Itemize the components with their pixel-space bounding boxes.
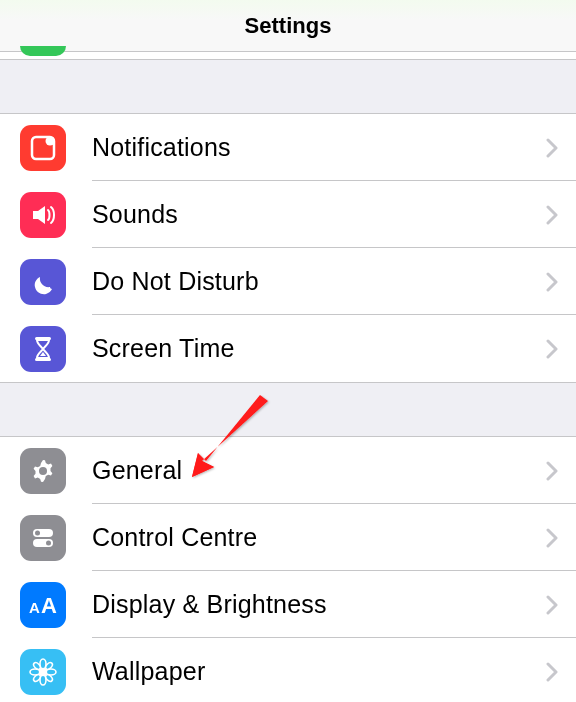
svg-point-4 (39, 467, 47, 475)
row-label: Notifications (92, 133, 546, 162)
chevron-right-icon (546, 595, 558, 615)
text-size-icon: AA (20, 582, 66, 628)
row-label: Wallpaper (92, 657, 546, 686)
row-label: Screen Time (92, 334, 546, 363)
hourglass-icon (20, 326, 66, 372)
flower-icon (20, 649, 66, 695)
section-gap-2 (0, 383, 576, 437)
row-notifications[interactable]: Notifications (0, 114, 576, 181)
sounds-icon (20, 192, 66, 238)
chevron-right-icon (546, 662, 558, 682)
page-title: Settings (245, 13, 332, 39)
settings-group-2: General Control Centre AA Display & Brig… (0, 437, 576, 702)
chevron-right-icon (546, 528, 558, 548)
chevron-right-icon (546, 461, 558, 481)
svg-point-8 (46, 540, 51, 545)
gear-icon (20, 448, 66, 494)
row-label: Sounds (92, 200, 546, 229)
row-screen-time[interactable]: Screen Time (0, 315, 576, 382)
row-label: General (92, 456, 546, 485)
svg-text:A: A (29, 599, 40, 616)
svg-text:A: A (41, 593, 57, 618)
toggles-icon (20, 515, 66, 561)
chevron-right-icon (546, 272, 558, 292)
header: Settings (0, 0, 576, 52)
row-label: Display & Brightness (92, 590, 546, 619)
section-gap-1 (0, 60, 576, 114)
notifications-icon (20, 125, 66, 171)
chevron-right-icon (546, 138, 558, 158)
row-label: Do Not Disturb (92, 267, 546, 296)
row-do-not-disturb[interactable]: Do Not Disturb (0, 248, 576, 315)
partial-row-above (0, 52, 576, 60)
settings-group-1: Notifications Sounds Do Not Disturb Scre… (0, 114, 576, 383)
row-display-brightness[interactable]: AA Display & Brightness (0, 571, 576, 638)
row-label: Control Centre (92, 523, 546, 552)
toggle-fragment (20, 46, 66, 56)
chevron-right-icon (546, 205, 558, 225)
row-sounds[interactable]: Sounds (0, 181, 576, 248)
svg-point-6 (35, 530, 40, 535)
row-control-centre[interactable]: Control Centre (0, 504, 576, 571)
svg-point-1 (46, 136, 55, 145)
chevron-right-icon (546, 339, 558, 359)
moon-icon (20, 259, 66, 305)
row-wallpaper[interactable]: Wallpaper (0, 638, 576, 702)
row-general[interactable]: General (0, 437, 576, 504)
